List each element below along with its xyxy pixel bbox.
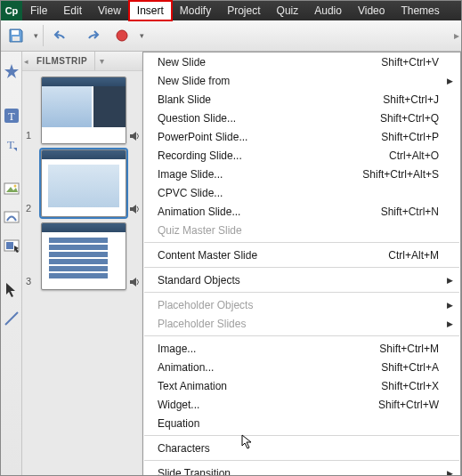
- slide-number: 3: [26, 222, 41, 286]
- insert-menu: New SlideShift+Ctrl+VNew Slide from▶Blan…: [142, 52, 461, 475]
- menu-item: Quiz Master Slide: [143, 221, 460, 239]
- menu-separator: [144, 292, 459, 293]
- menu-separator: [144, 335, 459, 336]
- menu-item[interactable]: New Slide from▶: [143, 71, 460, 90]
- menu-separator: [144, 267, 459, 268]
- menu-item-label: Content Master Slide: [158, 249, 372, 262]
- filmstrip-tab[interactable]: FILMSTRIP: [29, 52, 95, 70]
- image-tool-icon[interactable]: [3, 180, 20, 198]
- menu-item[interactable]: Equation: [143, 414, 460, 432]
- menu-item[interactable]: Characters: [143, 439, 460, 457]
- toolbar-expand[interactable]: ▸: [454, 22, 461, 49]
- audio-icon[interactable]: [128, 276, 141, 288]
- menu-item-label: Animation Slide...: [158, 206, 365, 218]
- menu-edit[interactable]: Edit: [55, 1, 90, 20]
- undo-icon: [53, 28, 69, 44]
- menu-item-label: Text Animation: [158, 380, 365, 392]
- menu-item-shortcut: Shift+Ctrl+A: [381, 361, 439, 374]
- menu-item-label: Blank Slide: [158, 93, 367, 106]
- slide-row[interactable]: 2: [22, 148, 144, 221]
- menu-quiz[interactable]: Quiz: [269, 1, 307, 20]
- menu-item[interactable]: Animation Slide...Shift+Ctrl+N: [143, 202, 460, 221]
- save-button[interactable]: [2, 22, 30, 49]
- filmstrip-menu-icon[interactable]: ▾: [95, 56, 108, 66]
- undo-button[interactable]: [47, 22, 76, 49]
- menu-item[interactable]: PowerPoint Slide...Shift+Ctrl+P: [143, 127, 460, 146]
- menu-file[interactable]: File: [22, 1, 55, 20]
- slide-thumb[interactable]: [41, 77, 126, 144]
- slide-row[interactable]: 3: [22, 221, 144, 294]
- slide-thumb[interactable]: [41, 222, 126, 290]
- menu-item-label: Question Slide...: [158, 112, 364, 125]
- menu-audio[interactable]: Audio: [306, 1, 350, 20]
- svg-rect-12: [6, 242, 13, 249]
- svg-text:T: T: [8, 110, 15, 123]
- menu-view[interactable]: View: [90, 1, 129, 20]
- menu-item-shortcut: Shift+Ctrl+J: [383, 93, 439, 106]
- menu-item: Placeholder Objects▶: [143, 295, 460, 314]
- menu-item[interactable]: New SlideShift+Ctrl+V: [143, 52, 460, 71]
- submenu-arrow-icon: ▶: [447, 77, 453, 85]
- menu-insert[interactable]: Insert: [129, 1, 172, 20]
- submenu-arrow-icon: ▶: [447, 276, 453, 285]
- audio-icon[interactable]: [128, 203, 141, 215]
- svg-line-13: [5, 312, 18, 325]
- line-tool-icon[interactable]: [3, 310, 20, 327]
- save-dropdown[interactable]: ▾: [31, 31, 40, 40]
- menu-item-label: New Slide from: [158, 75, 439, 87]
- menu-separator: [144, 435, 459, 436]
- record-button[interactable]: [108, 22, 136, 49]
- menu-item[interactable]: Text AnimationShift+Ctrl+X: [143, 376, 460, 395]
- menu-item[interactable]: Image Slide...Shift+Ctrl+Alt+S: [143, 165, 460, 183]
- menu-item-shortcut: Shift+Ctrl+V: [381, 56, 439, 69]
- menu-item-label: Standard Objects: [158, 274, 439, 286]
- menu-item[interactable]: Animation...Shift+Ctrl+A: [143, 358, 460, 376]
- record-dropdown[interactable]: ▾: [137, 31, 146, 40]
- menu-item[interactable]: Image...Shift+Ctrl+M: [143, 339, 460, 358]
- menu-item: Placeholder Slides▶: [143, 314, 460, 333]
- menu-item-label: Placeholder Objects: [158, 299, 439, 311]
- svg-marker-3: [4, 64, 19, 78]
- menu-modify[interactable]: Modify: [172, 1, 219, 20]
- menu-item[interactable]: Content Master SlideCtrl+Alt+M: [143, 246, 460, 264]
- menu-item-label: Placeholder Slides: [158, 318, 439, 330]
- slide-thumb[interactable]: [41, 149, 126, 217]
- menu-item[interactable]: Blank SlideShift+Ctrl+J: [143, 90, 460, 109]
- menu-item-label: Quiz Master Slide: [158, 224, 439, 237]
- menu-item-shortcut: Shift+Ctrl+P: [381, 131, 439, 143]
- pointer-icon[interactable]: [3, 281, 20, 299]
- menu-themes[interactable]: Themes: [393, 1, 447, 20]
- menubar: Cp File Edit View Insert Modify Project …: [1, 1, 461, 20]
- menu-item-label: Widget...: [158, 399, 362, 411]
- slide-row[interactable]: 1: [22, 75, 144, 148]
- menu-item[interactable]: Widget...Shift+Ctrl+W: [143, 395, 460, 414]
- svg-point-9: [13, 185, 16, 188]
- audio-icon[interactable]: [128, 130, 141, 142]
- menu-item-label: Slide Transition: [158, 467, 439, 476]
- text-tool-icon[interactable]: T: [3, 107, 20, 125]
- menu-project[interactable]: Project: [219, 1, 268, 20]
- smart-shape-icon[interactable]: [3, 208, 20, 226]
- menu-item-shortcut: Shift+Ctrl+N: [381, 206, 439, 218]
- svg-text:T: T: [7, 138, 14, 151]
- star-icon[interactable]: [3, 62, 20, 80]
- menu-item[interactable]: Question Slide...Shift+Ctrl+Q: [143, 109, 460, 127]
- menu-item-label: PowerPoint Slide...: [158, 131, 365, 143]
- svg-rect-1: [12, 36, 20, 41]
- menu-item[interactable]: CPVC Slide...: [143, 183, 460, 202]
- slide-number: 1: [26, 77, 41, 141]
- redo-button[interactable]: [77, 22, 106, 49]
- submenu-arrow-icon: ▶: [447, 301, 453, 310]
- text-caption-icon[interactable]: T: [3, 135, 20, 153]
- filmstrip-panel: ◂ FILMSTRIP ▾ 1 2: [22, 52, 145, 475]
- submenu-arrow-icon: ▶: [447, 319, 453, 328]
- menu-item[interactable]: Standard Objects▶: [143, 270, 460, 289]
- filmstrip-collapse[interactable]: ◂: [22, 57, 29, 66]
- interactive-icon[interactable]: [3, 237, 20, 254]
- slide-number: 2: [26, 149, 41, 214]
- svg-rect-0: [12, 30, 19, 35]
- menu-video[interactable]: Video: [350, 1, 393, 20]
- menu-item[interactable]: Slide Transition▶: [143, 464, 460, 475]
- menu-item[interactable]: Recording Slide...Ctrl+Alt+O: [143, 146, 460, 165]
- menu-item-label: Recording Slide...: [158, 149, 373, 162]
